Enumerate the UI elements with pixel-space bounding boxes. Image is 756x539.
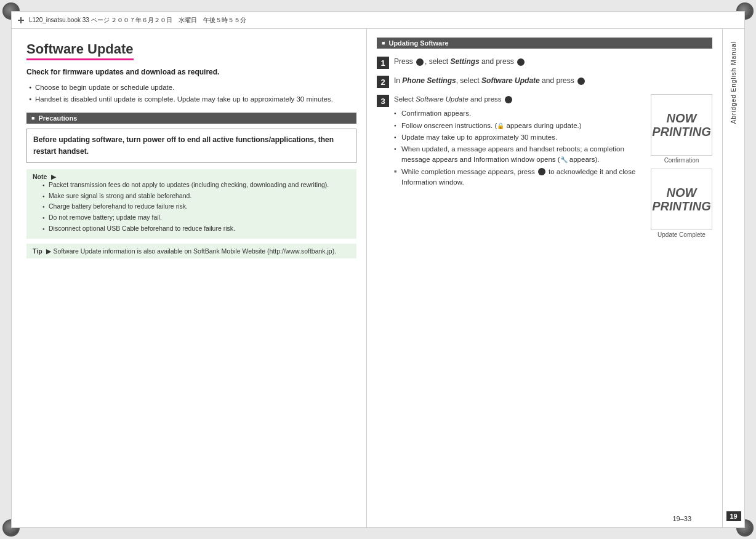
step-3-images: NOWPRINTING Confirmation NOWPRINTING bbox=[651, 94, 712, 238]
step-1-content: Press , select Settings and press bbox=[394, 56, 712, 67]
updating-header: Updating Software bbox=[377, 38, 712, 49]
updating-header-text: Updating Software bbox=[388, 39, 448, 47]
step-container: 1 Press , select Settings and press 2 In… bbox=[377, 56, 712, 515]
note-list: Packet transmission fees do not apply to… bbox=[42, 180, 350, 234]
confirmation-label: Confirmation bbox=[651, 157, 712, 164]
step-2-row: 2 In Phone Settings, select Software Upd… bbox=[377, 75, 712, 88]
top-bar-text: L120_insatsu.book 33 ページ ２００７年６月２０日 水曜日 … bbox=[29, 16, 246, 25]
sidebar-label: Abridged English Manual bbox=[730, 41, 737, 124]
list-item: When updated, a message appears and hand… bbox=[394, 144, 645, 166]
confirmation-image: NOWPRINTING bbox=[651, 94, 712, 156]
registration-cross bbox=[18, 17, 24, 23]
page-title: Software Update bbox=[26, 41, 134, 60]
page-outer: ⊕ ⊕ ⊕ ⊕ L120_insatsu.book 33 ページ ２００７年６月… bbox=[0, 0, 756, 539]
update-complete-image: NOWPRINTING bbox=[651, 169, 712, 230]
now-printing-text-1: NOWPRINTING bbox=[652, 111, 711, 138]
top-bar: L120_insatsu.book 33 ページ ２００７年６月２０日 水曜日 … bbox=[12, 12, 744, 29]
button-icon bbox=[505, 96, 512, 103]
step-3-row: 3 Select Software Update and press Confi… bbox=[377, 94, 712, 238]
update-complete-label: Update Complete bbox=[651, 231, 712, 238]
step-2-number: 2 bbox=[377, 76, 389, 88]
list-item: Follow onscreen instructions. (🔒 appears… bbox=[394, 121, 645, 131]
now-printing-text-2: NOWPRINTING bbox=[652, 186, 711, 213]
button-icon bbox=[577, 78, 585, 85]
bottom-page-number: 19–33 bbox=[672, 515, 691, 522]
button-icon bbox=[538, 168, 545, 175]
list-item: Update may take up to approximately 30 m… bbox=[394, 132, 645, 143]
right-sidebar: Abridged English Manual 19 bbox=[722, 29, 744, 527]
note-box: Note ▶ Packet transmission fees do not a… bbox=[26, 169, 356, 239]
note-arrow: ▶ bbox=[46, 247, 51, 255]
list-item: Make sure signal is strong and stable be… bbox=[42, 191, 350, 201]
step-3-number: 3 bbox=[377, 95, 389, 107]
list-item: Do not remove battery; update may fail. bbox=[42, 213, 350, 223]
list-item: While completion message appears, press … bbox=[394, 167, 645, 188]
sidebar-page-number: 19 bbox=[726, 511, 741, 521]
intro-bullet-list: Choose to begin update or schedule updat… bbox=[26, 82, 356, 105]
list-item: Confirmation appears. bbox=[394, 108, 645, 119]
list-item: Charge battery beforehand to reduce fail… bbox=[42, 202, 350, 212]
warning-box: Before updating software, turn power off… bbox=[26, 129, 356, 163]
list-item: Choose to begin update or schedule updat… bbox=[29, 82, 356, 93]
button-icon bbox=[416, 58, 424, 66]
precautions-header: Precautions bbox=[26, 113, 356, 124]
step-1-row: 1 Press , select Settings and press bbox=[377, 56, 712, 69]
list-item: Handset is disabled until update is comp… bbox=[29, 94, 356, 105]
update-complete-image-container: NOWPRINTING Update Complete bbox=[651, 169, 712, 238]
step-3-text: Select Software Update and press Confirm… bbox=[394, 94, 645, 238]
tip-text: Software Update information is also avai… bbox=[53, 247, 336, 255]
main-content: Software Update Check for firmware updat… bbox=[12, 29, 722, 527]
page-inner: L120_insatsu.book 33 ページ ２００７年６月２０日 水曜日 … bbox=[11, 11, 745, 528]
step-1-number: 1 bbox=[377, 57, 389, 69]
step-2-content: In Phone Settings, select Software Updat… bbox=[394, 75, 712, 86]
note-label: Note bbox=[33, 173, 47, 180]
tip-box: Tip ▶ Software Update information is als… bbox=[26, 244, 356, 258]
list-item: Packet transmission fees do not apply to… bbox=[42, 180, 350, 190]
tip-label: Tip bbox=[33, 247, 42, 255]
button-icon bbox=[517, 58, 525, 66]
list-item: Disconnect optional USB Cable beforehand… bbox=[42, 224, 350, 234]
right-column: Updating Software 1 Press , select Setti… bbox=[367, 29, 722, 527]
note-arrow: ▶ bbox=[51, 173, 56, 180]
step-3-area: Select Software Update and press Confirm… bbox=[394, 94, 712, 238]
left-column: Software Update Check for firmware updat… bbox=[12, 29, 367, 527]
warning-text: Before updating software, turn power off… bbox=[33, 135, 334, 156]
confirmation-image-container: NOWPRINTING Confirmation bbox=[651, 94, 712, 164]
intro-text: Check for firmware updates and download … bbox=[26, 66, 356, 78]
